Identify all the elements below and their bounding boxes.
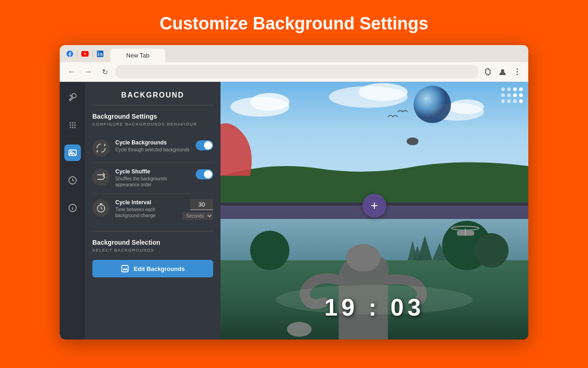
sidebar-icon-clock[interactable]: [64, 172, 81, 189]
browser-tab[interactable]: New Tab: [110, 49, 165, 62]
svg-point-21: [250, 93, 289, 111]
extensions-icon[interactable]: [482, 66, 493, 77]
edit-backgrounds-label: Edit Backgrounds: [134, 265, 185, 272]
selection-subtitle: SELECT BACKGROUNDS: [92, 248, 213, 253]
dot-8: [519, 93, 523, 97]
svg-point-30: [250, 230, 289, 270]
cycle-backgrounds-toggle[interactable]: [196, 140, 213, 150]
sidebar-icon-grid[interactable]: [64, 117, 81, 133]
svg-point-4: [69, 122, 71, 124]
browser-tabbar: New Tab: [60, 45, 528, 62]
panel-title: BACKGROUND: [92, 91, 213, 105]
svg-point-33: [346, 244, 380, 271]
svg-point-12: [74, 127, 75, 128]
selection-title: Background Selection: [92, 239, 213, 246]
settings-panel: BACKGROUND Background Settings CONFIGURE…: [85, 82, 220, 339]
sep1: [77, 51, 78, 57]
cycle-interval-icon: [92, 199, 110, 217]
add-background-button[interactable]: +: [362, 194, 386, 218]
back-button[interactable]: ←: [65, 65, 78, 78]
svg-point-27: [407, 138, 418, 145]
dot-12: [519, 99, 523, 103]
svg-rect-18: [122, 265, 128, 272]
menu-icon[interactable]: [512, 66, 523, 77]
svg-point-2: [517, 71, 518, 73]
cycle-shuffle-desc: Shuffles the backgrounds appearance orde…: [115, 176, 190, 188]
svg-point-8: [72, 125, 73, 126]
bg-selection-section: Background Selection SELECT BACKGROUNDS …: [92, 239, 213, 277]
cycle-interval-info: Cycle Interval Time between each backgro…: [115, 199, 177, 218]
browser-toolbar: ← → ↻: [60, 62, 528, 82]
section-divider: [92, 231, 213, 231]
toolbar-icons: [482, 66, 523, 77]
cycle-interval-desc: Time between each background change: [115, 207, 177, 218]
dot-2: [507, 87, 511, 91]
browser-content: BACKGROUND Background Settings CONFIGURE…: [60, 82, 528, 339]
svg-point-1: [517, 69, 518, 70]
cycle-interval-row: Cycle Interval Time between each backgro…: [92, 194, 213, 225]
interval-controls: Seconds Minutes: [182, 199, 213, 220]
edit-backgrounds-button[interactable]: Edit Backgrounds: [92, 260, 213, 277]
svg-point-25: [449, 99, 484, 114]
dot-7: [513, 93, 517, 97]
dot-3: [513, 87, 517, 91]
cycle-interval-name: Cycle Interval: [115, 199, 177, 206]
dots-overlay: [501, 87, 523, 103]
dot-5: [501, 93, 505, 97]
dot-11: [513, 99, 517, 103]
settings-section-subtitle: CONFIGURE BACKGROUNDS BEHAVIOUR: [92, 122, 213, 126]
interval-unit-select[interactable]: Seconds Minutes: [182, 212, 213, 220]
svg-point-5: [72, 122, 73, 124]
svg-point-37: [287, 322, 312, 337]
page-title: Customize Background Settings: [160, 14, 429, 34]
dot-10: [507, 99, 511, 103]
cycle-backgrounds-info: Cycle Backgrounds Cycle through selected…: [115, 139, 190, 153]
favicon-linkedin[interactable]: [96, 49, 105, 58]
dot-9: [501, 99, 505, 103]
settings-section-title: Background Settings: [92, 113, 213, 120]
browser-favicons: [65, 49, 105, 62]
dot-1: [501, 87, 505, 91]
interval-value-input[interactable]: [190, 199, 213, 210]
svg-point-23: [358, 83, 407, 101]
cycle-backgrounds-desc: Cycle through selected backgrounds: [115, 147, 190, 153]
sidebar-icon-info[interactable]: [64, 200, 81, 216]
browser-window: New Tab ← → ↻: [60, 45, 528, 339]
timer-display: 19 : 03: [220, 293, 528, 321]
preview-top-image: [220, 82, 528, 211]
svg-point-3: [517, 74, 518, 75]
cycle-shuffle-name: Cycle Shuffle: [115, 168, 190, 175]
address-bar[interactable]: [115, 65, 479, 79]
sidebar-icons: [60, 82, 85, 339]
svg-point-7: [69, 125, 71, 126]
sidebar-icon-wrench[interactable]: [64, 89, 81, 106]
dot-6: [507, 93, 511, 97]
cycle-backgrounds-row: Cycle Backgrounds Cycle through selected…: [92, 134, 213, 163]
forward-button[interactable]: →: [82, 65, 95, 78]
svg-point-26: [413, 86, 451, 123]
dot-4: [519, 87, 523, 91]
cycle-shuffle-info: Cycle Shuffle Shuffles the backgrounds a…: [115, 168, 190, 188]
sep2: [92, 51, 93, 57]
favicon-facebook[interactable]: [65, 49, 74, 58]
svg-point-10: [69, 127, 71, 128]
favicon-youtube[interactable]: [80, 49, 90, 58]
sidebar-icon-image[interactable]: [64, 144, 81, 161]
svg-point-11: [72, 127, 73, 128]
cycle-backgrounds-name: Cycle Backgrounds: [115, 139, 190, 146]
svg-point-6: [74, 122, 75, 124]
cycle-shuffle-toggle[interactable]: [196, 169, 213, 179]
svg-point-32: [474, 233, 509, 268]
svg-point-0: [501, 69, 504, 73]
reload-button[interactable]: ↻: [98, 65, 111, 78]
cycle-shuffle-icon: [92, 168, 110, 186]
profile-icon[interactable]: [497, 66, 508, 77]
preview-area: + 19 : 03: [220, 82, 528, 339]
svg-point-9: [74, 125, 75, 126]
cycle-backgrounds-icon: [92, 139, 110, 157]
cycle-shuffle-row: Cycle Shuffle Shuffles the backgrounds a…: [92, 163, 213, 194]
